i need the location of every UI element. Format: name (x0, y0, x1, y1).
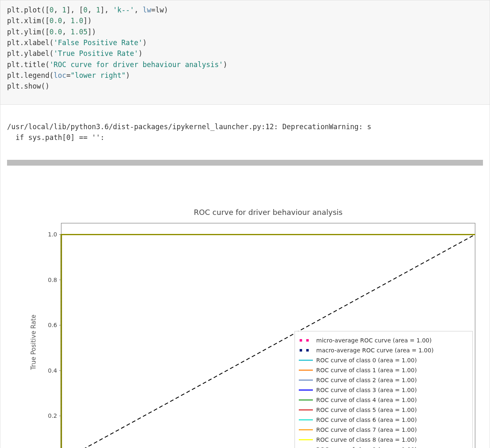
code-cell: plt.plot([0, 1], [0, 1], 'k--', lw=lw) p… (0, 0, 490, 105)
code-token: 1 (96, 6, 100, 14)
code-token: , (134, 6, 142, 14)
code-token: plt (7, 71, 20, 79)
code-token: 'True Positive Rate' (54, 49, 139, 58)
roc-chart: 0.00.20.40.60.81.00.00.20.40.60.81.0ROC … (24, 207, 488, 448)
code-token: =lw) (151, 6, 168, 14)
output-cell: /usr/local/lib/python3.6/dist-packages/i… (0, 105, 490, 448)
code-token: plt (7, 17, 20, 25)
legend-label: ROC curve of class 1 (area = 1.00) (316, 367, 417, 373)
y-tick-label: 1.0 (48, 231, 57, 238)
code-token: 'False Positive Rate' (54, 39, 143, 47)
code-token: plt (7, 60, 20, 69)
legend-label: ROC curve of class 6 (area = 1.00) (316, 417, 417, 423)
legend-label: macro-average ROC curve (area = 1.00) (316, 347, 434, 354)
legend-label: ROC curve of class 3 (area = 1.00) (316, 387, 417, 393)
code-token: , (88, 6, 96, 14)
legend-label: ROC curve of class 9 (area = 1.00) (316, 446, 417, 448)
y-tick-label: 0.6 (48, 322, 57, 329)
code-token: .ylabel( (20, 49, 54, 58)
code-token: loc (54, 71, 67, 79)
code-token: ], [ (66, 6, 83, 14)
code-token: .plot([ (20, 6, 50, 14)
code-token: .show() (20, 82, 50, 90)
code-token: ) (126, 71, 130, 79)
progress-bar (7, 160, 483, 166)
code-token: 0 (83, 6, 87, 14)
legend-marker (306, 349, 309, 352)
code-token: , (62, 28, 70, 36)
code-token: plt (7, 6, 20, 14)
code-token: 1.0 (71, 17, 84, 25)
code-token: "lower right" (71, 71, 126, 79)
warning-line-2: if sys.path[0] == '': (7, 133, 104, 142)
code-token: 1.05 (71, 28, 88, 36)
code-token: 'ROC curve for driver behaviour analysis… (49, 60, 223, 69)
legend-label: ROC curve of class 0 (area = 1.00) (316, 357, 417, 364)
code-token: .xlim([ (20, 17, 50, 25)
legend-label: ROC curve of class 5 (area = 1.00) (316, 407, 417, 413)
code-token: ) (143, 39, 147, 47)
legend-label: ROC curve of class 8 (area = 1.00) (316, 436, 417, 443)
warning-line-1: /usr/local/lib/python3.6/dist-packages/i… (7, 123, 371, 131)
y-axis-label: True Positive Rate (30, 315, 37, 371)
code-token: .ylim([ (20, 28, 50, 36)
code-token: plt (7, 39, 20, 47)
legend-label: ROC curve of class 7 (area = 1.00) (316, 426, 417, 433)
chart-container: 0.00.20.40.60.81.00.00.20.40.60.81.0ROC … (7, 196, 483, 448)
code-token: = (66, 71, 70, 79)
code-token: ]) (83, 17, 91, 25)
code-token: .title( (20, 60, 50, 69)
code-token: , (54, 6, 62, 14)
code-token: ) (223, 60, 227, 69)
code-token: , (62, 17, 70, 25)
code-token: plt (7, 28, 20, 36)
code-token: 0 (49, 6, 53, 14)
code-token: ]) (88, 28, 96, 36)
legend-marker (300, 349, 302, 352)
legend-label: ROC curve of class 4 (area = 1.00) (316, 397, 417, 403)
legend-marker (300, 339, 302, 342)
legend-label: ROC curve of class 2 (area = 1.00) (316, 377, 417, 383)
code-token: 'k--' (113, 6, 134, 14)
code-token: .xlabel( (20, 39, 54, 47)
code-token: lw (143, 6, 151, 14)
code-token: ], (100, 6, 113, 14)
code-token: 1 (62, 6, 66, 14)
legend-label: micro-average ROC curve (area = 1.00) (316, 337, 432, 344)
code-token: 0.0 (49, 28, 62, 36)
y-tick-label: 0.2 (48, 413, 57, 419)
code-token: 0.0 (49, 17, 62, 25)
y-tick-label: 0.4 (48, 367, 57, 374)
y-tick-label: 0.8 (48, 277, 57, 283)
legend-marker (306, 339, 309, 342)
code-token: plt (7, 49, 20, 58)
chart-title: ROC curve for driver behaviour analysis (194, 208, 342, 217)
code-token: ) (138, 49, 142, 58)
code-token: .legend( (20, 71, 54, 79)
code-token: plt (7, 82, 20, 90)
